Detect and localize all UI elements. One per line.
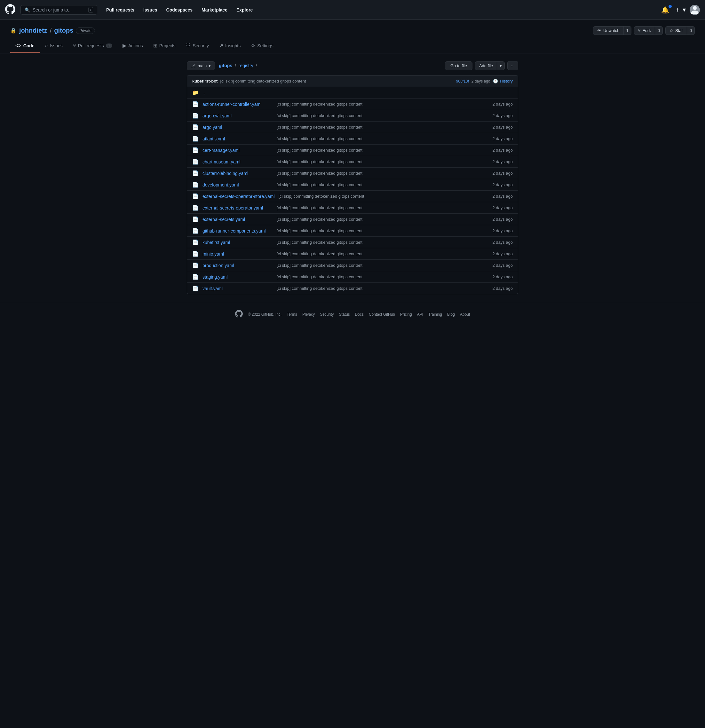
notification-badge — [669, 5, 672, 8]
file-name-13[interactable]: kubefirst.yaml — [202, 240, 273, 245]
star-count[interactable]: 0 — [687, 26, 695, 35]
file-commit-16: [ci skip] committing detokenized gitops … — [277, 274, 480, 279]
file-commit-13: [ci skip] committing detokenized gitops … — [277, 240, 480, 245]
file-name-9[interactable]: external-secrets-operator-store.yaml — [202, 194, 275, 199]
file-name-10[interactable]: external-secrets-operator.yaml — [202, 205, 273, 211]
notifications-button[interactable]: 🔔 — [661, 6, 670, 14]
file-commit-9: [ci skip] committing detokenized gitops … — [279, 194, 480, 199]
file-row: 📄 external-secrets.yaml [ci skip] commit… — [187, 214, 518, 225]
breadcrumb-folder[interactable]: registry — [238, 63, 253, 68]
projects-icon: ⊞ — [153, 43, 157, 49]
file-icon: 📄 — [192, 239, 199, 246]
commit-author: kubefirst-bot — [192, 79, 218, 84]
avatar[interactable] — [690, 5, 700, 15]
file-name-2[interactable]: argo-cwft.yaml — [202, 113, 273, 118]
file-name-3[interactable]: argo.yaml — [202, 125, 273, 130]
tab-issues[interactable]: ○ Issues — [40, 39, 68, 53]
add-file-dropdown[interactable]: ▾ — [497, 61, 505, 70]
file-row: 📄 kubefirst.yaml [ci skip] committing de… — [187, 237, 518, 248]
history-button[interactable]: 🕐 History — [493, 79, 513, 84]
nav-explore[interactable]: Explore — [233, 5, 257, 15]
file-name-11[interactable]: external-secrets.yaml — [202, 217, 273, 222]
file-time-7: 2 days ago — [484, 171, 513, 176]
watch-group: 👁 Unwatch 1 — [593, 26, 631, 35]
watch-count[interactable]: 1 — [623, 26, 631, 35]
file-name-1[interactable]: actions-runner-controller.yaml — [202, 102, 273, 107]
file-time-10: 2 days ago — [484, 205, 513, 210]
file-name-16[interactable]: staging.yaml — [202, 274, 273, 280]
nav-issues[interactable]: Issues — [139, 5, 161, 15]
star-group: ☆ Star 0 — [665, 26, 695, 35]
footer-about[interactable]: About — [460, 312, 470, 317]
footer-docs[interactable]: Docs — [355, 312, 364, 317]
chevron-down-icon: ▾ — [208, 64, 211, 68]
file-commit-12: [ci skip] committing detokenized gitops … — [277, 228, 480, 233]
footer-privacy[interactable]: Privacy — [302, 312, 315, 317]
commit-bar: kubefirst-bot [ci skip] committing detok… — [187, 75, 518, 87]
fork-count[interactable]: 0 — [655, 26, 663, 35]
tab-projects[interactable]: ⊞ Projects — [148, 39, 181, 53]
file-row: 📄 minio.yaml [ci skip] committing detoke… — [187, 248, 518, 260]
file-name-15[interactable]: production.yaml — [202, 263, 273, 268]
tab-pull-requests[interactable]: ⑂ Pull requests 1 — [68, 39, 117, 53]
file-name-6[interactable]: chartmuseum.yaml — [202, 159, 273, 165]
file-name-5[interactable]: cert-manager.yaml — [202, 148, 273, 153]
repo-name[interactable]: gitops — [54, 27, 73, 34]
parent-dir-row[interactable]: 📁 .. — [187, 87, 518, 98]
more-options-button[interactable]: ··· — [507, 61, 518, 70]
footer-terms[interactable]: Terms — [287, 312, 297, 317]
repo-owner[interactable]: johndietz — [19, 27, 47, 34]
file-row: 📄 vault.yaml [ci skip] committing detoke… — [187, 283, 518, 294]
nav-codespaces[interactable]: Codespaces — [162, 5, 196, 15]
nav-marketplace[interactable]: Marketplace — [198, 5, 231, 15]
tab-code[interactable]: <> Code — [10, 39, 40, 53]
star-icon: ☆ — [669, 28, 673, 33]
new-item-button[interactable]: ＋ ▾ — [674, 6, 686, 14]
file-row: 📄 github-runner-components.yaml [ci skip… — [187, 225, 518, 237]
file-commit-10: [ci skip] committing detokenized gitops … — [277, 205, 480, 210]
pr-badge: 1 — [106, 43, 112, 48]
footer-copyright: © 2022 GitHub, Inc. — [248, 312, 282, 317]
commit-hash[interactable]: 988f13f — [456, 79, 469, 84]
commit-meta: 988f13f 2 days ago 🕐 History — [456, 79, 513, 84]
file-commit-2: [ci skip] committing detokenized gitops … — [277, 113, 480, 118]
file-name-17[interactable]: vault.yaml — [202, 286, 273, 291]
parent-icon: 📁 — [192, 90, 199, 95]
footer-status[interactable]: Status — [339, 312, 350, 317]
footer-security[interactable]: Security — [320, 312, 334, 317]
file-name-8[interactable]: development.yaml — [202, 182, 273, 188]
footer-api[interactable]: API — [417, 312, 423, 317]
parent-link[interactable]: .. — [202, 90, 273, 95]
footer-blog[interactable]: Blog — [447, 312, 455, 317]
search-input[interactable]: 🔍 Search or jump to... / — [20, 5, 97, 15]
file-name-12[interactable]: github-runner-components.yaml — [202, 228, 273, 234]
star-button[interactable]: ☆ Star — [665, 26, 687, 35]
footer-pricing[interactable]: Pricing — [400, 312, 412, 317]
file-row: 📄 chartmuseum.yaml [ci skip] committing … — [187, 156, 518, 168]
file-time-6: 2 days ago — [484, 159, 513, 164]
footer-logo — [235, 310, 243, 319]
footer-training[interactable]: Training — [428, 312, 442, 317]
file-time-2: 2 days ago — [484, 113, 513, 118]
github-logo[interactable] — [5, 4, 15, 15]
footer-contact[interactable]: Contact GitHub — [369, 312, 395, 317]
branch-icon: ⎇ — [191, 64, 196, 68]
nav-pull-requests[interactable]: Pull requests — [103, 5, 138, 15]
breadcrumb-repo[interactable]: gitops — [219, 63, 232, 68]
file-commit-8: [ci skip] committing detokenized gitops … — [277, 182, 480, 187]
fork-group: ⑂ Fork 0 — [634, 26, 663, 35]
file-icon: 📄 — [192, 136, 199, 142]
search-shortcut: / — [88, 7, 93, 13]
file-name-7[interactable]: clusterrolebinding.yaml — [202, 171, 273, 176]
tab-insights[interactable]: ↗ Insights — [214, 39, 246, 53]
tab-security[interactable]: 🛡 Security — [181, 39, 214, 53]
add-file-button[interactable]: Add file — [475, 61, 497, 70]
branch-selector[interactable]: ⎇ main ▾ — [187, 61, 215, 70]
tab-settings[interactable]: ⚙ Settings — [246, 39, 279, 53]
go-to-file-button[interactable]: Go to file — [445, 61, 472, 70]
file-name-14[interactable]: minio.yaml — [202, 251, 273, 257]
tab-actions[interactable]: ▶ Actions — [117, 39, 148, 53]
watch-button[interactable]: 👁 Unwatch — [593, 26, 623, 35]
fork-button[interactable]: ⑂ Fork — [634, 26, 655, 35]
file-name-4[interactable]: atlantis.yml — [202, 136, 273, 142]
